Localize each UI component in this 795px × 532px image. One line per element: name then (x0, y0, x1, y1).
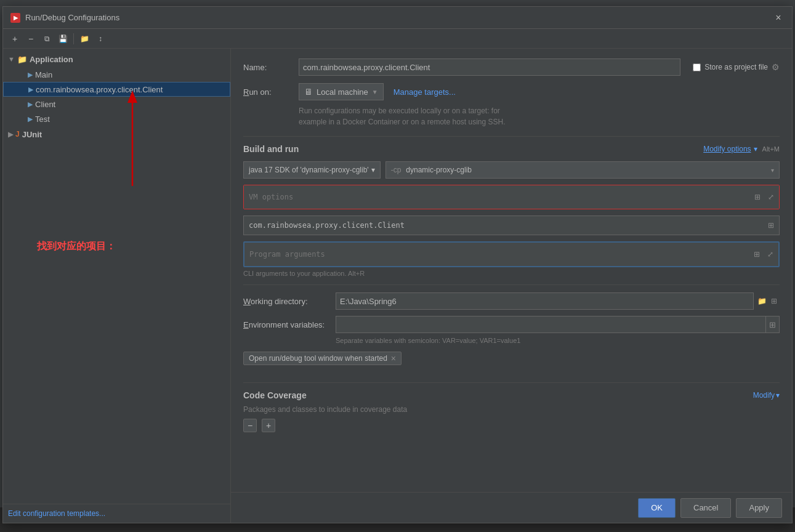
build-run-title: Build and run (243, 144, 299, 154)
junit-label: JUnit (22, 130, 42, 139)
name-input[interactable] (299, 58, 680, 76)
sdk-dropdown[interactable]: java 17 SDK of 'dynamic-proxy-cglib' ▾ (243, 161, 381, 179)
coverage-add-button[interactable]: + (262, 419, 275, 432)
manage-targets-link[interactable]: Manage targets... (393, 87, 456, 97)
coverage-modify-link[interactable]: Modify ▾ (753, 391, 780, 400)
code-coverage-header: Code Coverage Modify ▾ (243, 390, 780, 400)
config-label-main: Main (35, 70, 52, 79)
save-button[interactable]: 💾 (56, 32, 70, 46)
run-on-row: Run on: 🖥 Local machine ▼ Manage targets… (243, 83, 780, 100)
add-button[interactable]: + (8, 32, 22, 46)
cancel-button[interactable]: Cancel (680, 498, 731, 518)
config-icon-main: ▶ (28, 71, 33, 79)
coverage-buttons: − + (243, 419, 780, 432)
config-item-client2[interactable]: ▶ Client (3, 97, 230, 111)
open-window-remove-button[interactable]: × (391, 354, 396, 363)
remove-button[interactable]: − (24, 32, 38, 46)
run-info-line1: Run configurations may be executed local… (299, 107, 500, 115)
env-vars-expand-icon[interactable]: ⊞ (766, 316, 780, 333)
name-label: Name: (243, 63, 299, 72)
application-group[interactable]: ▼ 📁 Application (3, 51, 230, 67)
vm-options-icons: ⊞ ⤢ (752, 191, 777, 203)
ok-button[interactable]: OK (638, 498, 676, 518)
modify-shortcut: Alt+M (762, 145, 780, 153)
build-run-section-header: Build and run Modify options ▾ Alt+M (243, 144, 780, 154)
config-item-client-selected[interactable]: ▶ com.rainbowsea.proxy.clicent.Client (3, 82, 230, 97)
close-button[interactable]: × (772, 12, 785, 24)
config-label-client: com.rainbowsea.proxy.clicent.Client (36, 85, 163, 94)
gear-icon[interactable]: ⚙ (772, 62, 780, 72)
cp-dropdown-arrow: ▾ (771, 167, 774, 174)
dialog-body: ▼ 📁 Application ▶ Main ▶ com.rainbowsea.… (3, 49, 792, 523)
open-window-label: Open run/debug tool window when started (249, 354, 387, 363)
main-class-value: com.rainbowsea.proxy.clicent.Client (249, 221, 768, 230)
move-to-folder-button[interactable]: 📁 (78, 32, 91, 46)
left-panel: ▼ 📁 Application ▶ Main ▶ com.rainbowsea.… (3, 49, 231, 523)
store-label: Store as project file (704, 63, 768, 71)
store-checkbox-area: Store as project file ⚙ (693, 62, 780, 72)
section-divider-1 (243, 136, 780, 137)
working-dir-folder-icon[interactable]: 📁 (756, 296, 767, 307)
run-info-text: Run configurations may be executed local… (299, 105, 780, 127)
section-divider-3 (243, 382, 780, 383)
expand-arrow: ▼ (8, 55, 15, 63)
dropdown-arrow-icon: ▼ (372, 89, 378, 95)
dialog-icon: ▶ (10, 13, 20, 23)
toolbar-separator (73, 33, 74, 44)
coverage-subtitle: Packages and classes to include in cover… (243, 405, 780, 414)
modify-options-link[interactable]: Modify options ▾ Alt+M (703, 145, 780, 153)
open-window-tag: Open run/debug tool window when started … (243, 352, 402, 365)
main-class-expand-icon[interactable]: ⊞ (768, 221, 774, 230)
vm-options-input[interactable] (244, 185, 779, 209)
prog-args-hint: CLI arguments to your application. Alt+R (243, 270, 780, 277)
dialog-title: Run/Debug Configurations (25, 13, 772, 22)
sdk-dropdown-arrow: ▾ (371, 166, 375, 174)
vm-options-expand-icon[interactable]: ⊞ (752, 191, 763, 203)
junit-icon: J (15, 130, 20, 139)
config-label-test: Test (35, 115, 50, 124)
dialog-footer: OK Cancel Apply (231, 492, 792, 523)
prog-args-expand-icon[interactable]: ⊞ (751, 249, 762, 260)
vm-options-fullscreen-icon[interactable]: ⤢ (765, 191, 777, 203)
run-debug-dialog: ▶ Run/Debug Configurations × + − ⧉ 💾 📁 ↕… (2, 6, 793, 523)
vm-options-row: ⊞ ⤢ (243, 185, 780, 209)
sdk-label: java 17 SDK of 'dynamic-proxy-cglib' (249, 166, 369, 174)
sdk-row: java 17 SDK of 'dynamic-proxy-cglib' ▾ -… (243, 161, 780, 179)
config-icon-client2: ▶ (28, 100, 33, 108)
store-project-checkbox[interactable] (693, 63, 701, 71)
code-coverage-title: Code Coverage (243, 390, 307, 400)
coverage-modify-arrow: ▾ (776, 391, 780, 400)
cp-dropdown[interactable]: -cp dynamic-proxy-cglib ▾ (385, 161, 780, 179)
junit-expand-arrow: ▶ (8, 131, 13, 139)
edit-templates-link[interactable]: Edit configuration templates... (3, 504, 230, 523)
coverage-modify-label: Modify (753, 391, 775, 400)
dialog-titlebar: ▶ Run/Debug Configurations × (3, 7, 792, 29)
sort-button[interactable]: ↕ (94, 32, 107, 46)
env-vars-label: Environment variables: (243, 320, 336, 329)
config-item-main[interactable]: ▶ Main (3, 67, 230, 82)
config-icon-client: ▶ (28, 86, 33, 94)
toolbar: + − ⧉ 💾 📁 ↕ (3, 29, 792, 49)
working-dir-label: Working directory: (243, 297, 336, 306)
working-dir-expand-icon[interactable]: ⊞ (769, 296, 780, 307)
env-hint: Separate variables with semicolon: VAR=v… (336, 337, 780, 344)
config-item-test[interactable]: ▶ Test (3, 111, 230, 126)
cp-flag: -cp (391, 166, 402, 174)
section-divider-2 (243, 284, 780, 285)
local-machine-dropdown[interactable]: 🖥 Local machine ▼ (299, 83, 384, 100)
working-dir-input[interactable] (336, 292, 754, 310)
prog-args-fullscreen-icon[interactable]: ⤢ (765, 249, 776, 260)
apply-button[interactable]: Apply (736, 498, 782, 518)
program-args-input[interactable] (244, 243, 778, 266)
env-vars-input[interactable] (336, 316, 766, 333)
local-machine-label: Local machine (317, 87, 368, 97)
working-dir-row: Working directory: 📁 ⊞ (243, 292, 780, 310)
run-on-label: Run on: (243, 87, 299, 97)
right-content: Name: Store as project file ⚙ Run on: 🖥 (231, 49, 792, 492)
config-label-client2: Client (35, 100, 55, 109)
junit-group[interactable]: ▶ J JUnit (3, 126, 230, 142)
coverage-remove-button[interactable]: − (243, 419, 257, 432)
copy-button[interactable]: ⧉ (40, 32, 54, 46)
right-panel: Name: Store as project file ⚙ Run on: 🖥 (231, 49, 792, 523)
monitor-icon: 🖥 (304, 87, 313, 97)
